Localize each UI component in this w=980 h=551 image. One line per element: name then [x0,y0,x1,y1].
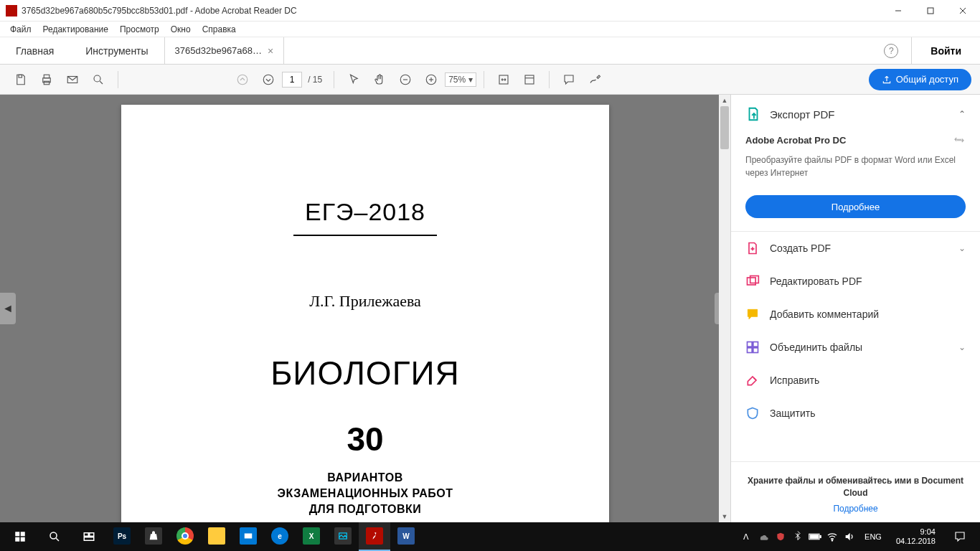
page-up-icon[interactable] [230,67,255,92]
login-button[interactable]: Войти [911,37,980,64]
panel-export-body: Adobe Acrobat Pro DC Преобразуйте файлы … [731,133,980,232]
svg-rect-19 [525,75,534,84]
tab-close-icon[interactable]: × [268,45,273,57]
tray-date: 04.12.2018 [896,537,936,546]
share-label: Общий доступ [896,74,958,85]
zoom-dropdown[interactable]: 75% ▾ [445,72,476,87]
panel-cta-button[interactable]: Подробнее [745,195,966,218]
taskbar-app-mail[interactable] [232,522,264,551]
svg-rect-40 [820,536,821,538]
menu-file[interactable]: Файл [4,23,37,36]
tray-security-icon[interactable] [774,530,787,543]
chevron-down-icon: ⌄ [958,342,966,352]
tab-document-label: 3765d32be967a68… [175,45,262,56]
protect-icon [745,406,760,420]
tray-language[interactable]: ENG [860,532,886,541]
scroll-down-icon[interactable]: ▼ [719,511,730,522]
taskbar-app-photoshop[interactable]: Ps [106,522,138,551]
maximize-button[interactable] [914,0,946,21]
taskbar-app-excel[interactable]: X [296,522,327,551]
menu-view[interactable]: Просмотр [114,23,165,36]
taskbar-app-explorer[interactable] [201,522,232,551]
svg-rect-30 [15,537,19,542]
scroll-thumb[interactable] [720,106,729,149]
page-number-input[interactable] [282,72,302,88]
tool-combine[interactable]: Объединить файлы ⌄ [731,331,980,364]
taskbar-app-chrome[interactable] [169,522,201,551]
zoom-value: 75% [448,75,466,85]
svg-point-9 [94,75,100,82]
tray-clock[interactable]: 9:04 04.12.2018 [890,527,941,546]
svg-rect-29 [21,532,25,536]
search-icon[interactable] [86,67,110,92]
svg-rect-26 [753,348,758,353]
page-down-icon[interactable] [256,67,281,92]
taskbar-app-photos[interactable] [327,522,359,551]
tool-create-pdf[interactable]: Создать PDF ⌄ [731,232,980,265]
taskbar-app-acrobat[interactable] [359,522,390,551]
taskbar-app-store[interactable] [138,522,169,551]
tool-protect[interactable]: Защитить [731,397,980,430]
tab-document[interactable]: 3765d32be967a68… × [164,37,285,64]
zoom-out-icon[interactable] [393,67,418,92]
sign-icon[interactable] [583,67,607,92]
svg-rect-37 [245,534,253,539]
window-controls [882,0,979,21]
pdf-page: ЕГЭ–2018 Л.Г. Прилежаева БИОЛОГИЯ 30 ВАР… [121,105,609,522]
menu-window[interactable]: Окно [165,23,197,36]
tray-onedrive-icon[interactable] [757,530,770,543]
prev-page-arrow[interactable]: ◄ [0,293,16,324]
swap-icon[interactable] [953,133,966,146]
taskbar-app-edge[interactable]: e [264,522,296,551]
menubar: Файл Редактирование Просмотр Окно Справк… [0,22,980,37]
svg-line-10 [100,81,103,84]
doc-heading-rule [293,235,437,236]
export-pdf-icon [745,106,761,122]
window-title: 3765d32be967a680b5c795bcc8b53d01.pdf - A… [22,6,882,16]
tabs-row: Главная Инструменты 3765d32be967a68… × ?… [0,37,980,65]
svg-line-33 [56,538,59,541]
tray-volume-icon[interactable] [843,530,856,543]
document-viewport[interactable]: ◄ ЕГЭ–2018 Л.Г. Прилежаева БИОЛОГИЯ 30 В… [0,95,730,522]
menu-help[interactable]: Справка [197,23,242,36]
tool-edit-pdf[interactable]: Редактировать PDF [731,265,980,298]
tray-wifi-icon[interactable] [826,530,839,543]
svg-rect-22 [750,276,759,283]
task-view-button[interactable] [72,522,106,551]
tray-bluetooth-icon[interactable] [791,530,804,543]
tool-redact[interactable]: Исправить [731,364,980,397]
scroll-up-icon[interactable]: ▲ [719,95,730,106]
tool-comment-label: Добавить комментарий [770,309,879,320]
save-icon[interactable] [9,67,33,92]
zoom-in-icon[interactable] [419,67,443,92]
vertical-scrollbar[interactable]: ▲ ▼ [719,95,730,522]
panel-footer-link[interactable]: Подробнее [745,504,966,514]
share-button[interactable]: Общий доступ [869,69,971,90]
menu-edit[interactable]: Редактирование [37,23,114,36]
tool-comment[interactable]: Добавить комментарий [731,298,980,331]
fit-width-icon[interactable] [491,67,516,92]
svg-point-11 [237,75,248,85]
cursor-icon[interactable] [341,67,366,92]
taskbar-app-word[interactable]: W [390,522,422,551]
svg-rect-36 [84,537,94,541]
tab-home[interactable]: Главная [0,37,70,64]
print-icon[interactable] [34,67,59,92]
chevron-down-icon: ▾ [468,75,473,85]
close-button[interactable] [946,0,979,21]
svg-rect-28 [15,532,19,536]
start-button[interactable] [3,522,37,551]
tray-notifications-icon[interactable] [946,522,974,551]
hand-icon[interactable] [367,67,392,92]
email-icon[interactable] [60,67,85,92]
fit-page-icon[interactable] [517,67,542,92]
search-button[interactable] [37,522,72,551]
panel-export-header[interactable]: Экспорт PDF ⌃ [731,95,980,133]
tray-chevron-up-icon[interactable]: ᐱ [740,530,753,543]
create-pdf-icon [745,241,760,255]
tab-tools[interactable]: Инструменты [70,37,164,64]
comment-icon[interactable] [557,67,581,92]
minimize-button[interactable] [882,0,914,21]
tray-battery-icon[interactable] [809,530,821,543]
help-icon[interactable]: ? [884,44,898,58]
